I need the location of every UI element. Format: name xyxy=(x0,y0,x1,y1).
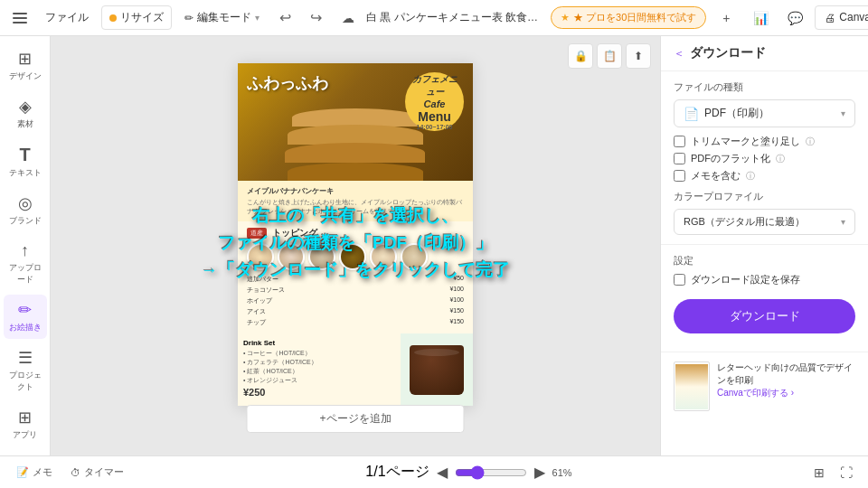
settings-section: 設定 ダウンロード設定を保存 ダウンロード xyxy=(661,245,868,352)
resize-label: リサイズ xyxy=(120,10,164,25)
menu-card: ふわっふわ カフェメニュー Cafe Menu 14:00~17:00 メイプル… xyxy=(238,63,473,406)
select-chevron-icon: ▾ xyxy=(841,108,845,118)
sidebar-item-apps-label: アプリ xyxy=(13,429,37,441)
left-sidebar: ⊞ デザイン ◈ 素材 T テキスト ◎ ブランド ↑ アップロード ✏ お絵描… xyxy=(0,36,51,455)
menu-label: Menu xyxy=(418,109,451,124)
drink-image xyxy=(401,333,473,406)
sidebar-item-material-label: 素材 xyxy=(17,118,33,130)
note-checkbox-row: メモを含む ⓘ xyxy=(674,169,855,183)
trim-info-icon[interactable]: ⓘ xyxy=(806,136,815,148)
pencil-icon: ✏ xyxy=(184,12,193,24)
file-menu[interactable]: ファイル xyxy=(38,6,96,29)
material-icon: ◈ xyxy=(19,97,32,117)
timer-icon: ⏱ xyxy=(71,467,80,478)
note-info-icon[interactable]: ⓘ xyxy=(746,170,755,183)
sidebar-item-upload-label: アップロード xyxy=(7,262,43,286)
resize-button[interactable]: リサイズ xyxy=(101,5,172,30)
color-profile-label: カラープロファイル xyxy=(674,190,855,203)
price-row-4: アイス¥150 xyxy=(247,306,464,317)
topping-title: トッピング xyxy=(272,227,317,239)
arrow-right-icon[interactable]: ▶ xyxy=(534,464,545,481)
bottom-center: 1/1ページ ◀ ▶ 61% xyxy=(137,463,801,482)
sidebar-item-brand-label: ブランド xyxy=(9,215,42,227)
add-button[interactable]: + xyxy=(712,4,741,33)
apps-icon: ⊞ xyxy=(18,408,32,427)
menu-prices: Drink Set • コーヒー（HOT/ICE）• カフェラテ（HOT/ICE… xyxy=(238,333,401,406)
fullscreen-button[interactable]: ⛶ xyxy=(835,462,857,483)
grid-view-button[interactable]: ⊞ xyxy=(808,462,830,483)
sidebar-item-brand[interactable]: ◎ ブランド xyxy=(4,188,47,232)
hamburger-button[interactable] xyxy=(7,5,33,31)
flatten-info-icon[interactable]: ⓘ xyxy=(776,153,785,165)
sidebar-item-design[interactable]: ⊞ デザイン xyxy=(4,43,47,88)
sidebar-item-material[interactable]: ◈ 素材 xyxy=(4,91,47,136)
topping-circle-4 xyxy=(339,243,366,270)
price-row-5: チップ¥150 xyxy=(247,317,464,328)
save-settings-row: ダウンロード設定を保存 xyxy=(674,273,855,286)
bottom-right: ⊞ ⛶ xyxy=(808,462,857,483)
trim-label: トリムマークと塗り足し xyxy=(691,135,800,148)
cafe-label: Cafe xyxy=(424,99,446,109)
print-quality-link[interactable]: Canvaで印刷する › xyxy=(717,387,855,399)
resize-dot xyxy=(109,14,117,22)
memo-icon: 📝 xyxy=(16,466,29,478)
sidebar-item-design-label: デザイン xyxy=(9,70,42,82)
chevron-down-icon: ▾ xyxy=(255,13,259,23)
trim-checkbox[interactable] xyxy=(674,136,685,147)
note-checkbox[interactable] xyxy=(674,170,685,182)
chart-button[interactable]: 📊 xyxy=(746,4,775,33)
canva-print-button[interactable]: 🖨 Canvaで印刷する xyxy=(815,5,868,30)
text-icon: T xyxy=(19,145,30,165)
topping-circle-1 xyxy=(247,243,274,270)
topping-circle-2 xyxy=(278,243,305,270)
canvas-area[interactable]: 🔒 📋 ⬆ xyxy=(51,36,660,455)
canvas-wrapper[interactable]: ふわっふわ カフェメニュー Cafe Menu 14:00~17:00 メイプル… xyxy=(238,63,473,406)
export-button[interactable]: ⬆ xyxy=(626,43,651,69)
print-thumbnail xyxy=(674,361,710,411)
edit-mode-button[interactable]: ✏ 編集モード ▾ xyxy=(177,6,267,29)
comment-button[interactable]: 💬 xyxy=(780,4,809,33)
panel-back-button[interactable]: ＜ xyxy=(674,46,684,61)
arrow-left-icon[interactable]: ◀ xyxy=(437,464,448,481)
print-quality-text: レターヘッド向けの品質でデザインを印刷 xyxy=(717,361,855,387)
sidebar-item-drawing[interactable]: ✏ お絵描き xyxy=(4,295,47,339)
sidebar-item-projects-label: プロジェクト xyxy=(7,370,43,393)
timer-button[interactable]: ⏱ タイマー xyxy=(65,464,129,481)
cafe-menu-badge: カフェメニュー Cafe Menu 14:00~17:00 xyxy=(405,72,464,131)
add-page-button[interactable]: +ページを追加 xyxy=(246,405,464,433)
zoom-slider[interactable] xyxy=(455,465,527,480)
sidebar-item-projects[interactable]: ☰ プロジェクト xyxy=(4,343,47,399)
printer-icon: 🖨 xyxy=(825,12,835,24)
flatten-checkbox[interactable] xyxy=(674,153,685,164)
trial-button[interactable]: ★ ★ プロを30日間無料で試す xyxy=(551,6,706,29)
drawing-icon: ✏ xyxy=(18,300,32,320)
sidebar-item-apps[interactable]: ⊞ アプリ xyxy=(4,402,47,446)
file-type-select[interactable]: 📄 PDF（印刷） ▾ xyxy=(674,99,855,127)
timer-label: タイマー xyxy=(84,465,124,479)
memo-button[interactable]: 📝 メモ xyxy=(11,464,58,481)
topping-section: 道産 トッピング 追加バター¥50 xyxy=(238,221,473,333)
save-settings-checkbox[interactable] xyxy=(674,274,685,286)
lock-button[interactable]: 🔒 xyxy=(568,43,593,69)
download-button[interactable]: ダウンロード xyxy=(674,299,855,333)
undo-button[interactable]: ↩ xyxy=(272,5,297,31)
redo-button[interactable]: ↪ xyxy=(303,5,328,31)
upload-icon: ↑ xyxy=(21,241,29,260)
sidebar-item-upload[interactable]: ↑ アップロード xyxy=(4,236,47,291)
menu-card-top: ふわっふわ カフェメニュー Cafe Menu 14:00~17:00 xyxy=(238,63,473,181)
trial-label: ★ プロを30日間無料で試す xyxy=(573,11,696,24)
star-icon: ★ xyxy=(561,12,570,23)
sidebar-item-text[interactable]: T テキスト xyxy=(4,139,47,184)
copy-button[interactable]: 📋 xyxy=(597,43,622,69)
save-settings-label: ダウンロード設定を保存 xyxy=(691,273,800,286)
color-profile-select[interactable]: RGB（デジタル用に最適） ▾ xyxy=(674,209,855,235)
settings-label: 設定 xyxy=(674,254,855,267)
file-type-label: ファイルの種類 xyxy=(674,80,855,94)
canvas-container: ふわっふわ カフェメニュー Cafe Menu 14:00~17:00 メイプル… xyxy=(51,36,660,451)
sidebar-item-drawing-label: お絵描き xyxy=(9,322,42,333)
bottom-bar: 📝 メモ ⏱ タイマー 1/1ページ ◀ ▶ 61% ⊞ ⛶ xyxy=(0,455,868,488)
zoom-percentage: 61% xyxy=(552,467,572,478)
cloud-icon: ☁ xyxy=(334,4,363,33)
svg-rect-2 xyxy=(13,22,27,23)
topbar-left: ファイル リサイズ ✏ 編集モード ▾ ↩ ↪ ☁ xyxy=(7,4,363,33)
